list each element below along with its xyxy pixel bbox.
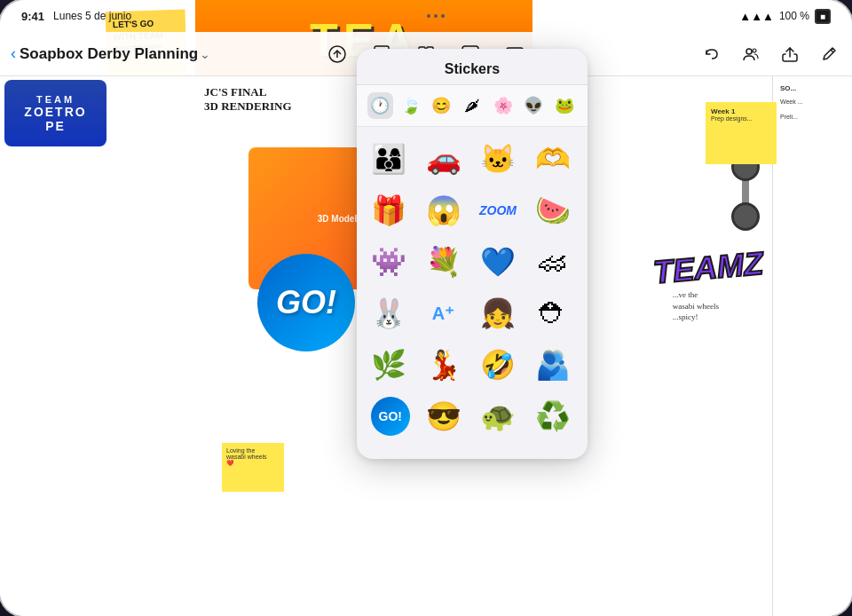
- chili-category-icon[interactable]: 🌶: [460, 92, 485, 119]
- edit-pencil-icon[interactable]: [816, 42, 841, 67]
- battery-level: 100 %: [779, 10, 809, 22]
- sticker-cool[interactable]: 😎: [419, 391, 469, 441]
- wifi-icon: ▲▲▲: [739, 10, 774, 23]
- frog-category-icon[interactable]: 🐸: [551, 92, 577, 119]
- toolbar-right-icons: [699, 42, 841, 67]
- smile-category-icon[interactable]: 😊: [429, 92, 454, 119]
- status-bar: 9:41 Lunes 5 de junio ▲▲▲ 100 % ■: [0, 0, 852, 32]
- sticker-hug[interactable]: 🫂: [528, 340, 578, 390]
- back-button[interactable]: ‹: [11, 44, 16, 63]
- flower-category-icon[interactable]: 🌸: [490, 92, 516, 119]
- status-right: ▲▲▲ 100 % ■: [739, 9, 831, 24]
- sticker-family[interactable]: 👨‍👩‍👦: [364, 134, 414, 184]
- people-icon[interactable]: [738, 42, 763, 67]
- sticker-turtle[interactable]: 🐢: [473, 391, 523, 441]
- teamz-sticker: TEAMZ: [651, 245, 764, 292]
- battery-icon: ■: [815, 9, 831, 24]
- sticker-go[interactable]: GO!: [371, 397, 410, 436]
- svg-line-23: [831, 50, 833, 52]
- alien-category-icon[interactable]: 👽: [521, 92, 547, 119]
- back-chevron-icon: ‹: [11, 44, 16, 63]
- undo-icon[interactable]: [699, 42, 724, 67]
- svg-point-21: [746, 49, 752, 54]
- sticker-surprised[interactable]: 😱: [419, 186, 469, 235]
- sticker-dance[interactable]: 💃: [419, 340, 469, 390]
- sticker-red-car[interactable]: 🚗: [419, 134, 469, 184]
- ipad-frame: TE A TEAM ZOETRO PE LET'S GO WITH TEAM Z…: [0, 0, 852, 616]
- sticker-blue-heart[interactable]: 💙: [473, 237, 523, 287]
- sticker-zoom[interactable]: ZOOM: [473, 186, 523, 235]
- sticker-rabbit[interactable]: 🐰: [364, 288, 414, 338]
- sticker-grid: 👨‍👩‍👦 🚗 🐱 🫶 🎁 😱 ZOOM 🍉 👾 💐 💙 🏎 🐰 A⁺ 👧 ⛑ …: [357, 127, 588, 448]
- sticker-category-bar: 🕐 🍃 😊 🌶 🌸 👽 🐸: [357, 85, 588, 127]
- pen-tool-icon[interactable]: [324, 41, 351, 67]
- sticker-gift[interactable]: 🎁: [364, 186, 414, 235]
- sticker-aplus[interactable]: A⁺: [419, 288, 469, 338]
- go-bubble: GO!: [257, 254, 355, 351]
- leaf-category-icon[interactable]: 🍃: [398, 92, 424, 119]
- sticker-laugh[interactable]: 🤣: [473, 340, 523, 390]
- sticker-girl[interactable]: 👧: [473, 288, 523, 338]
- sticker-helmet[interactable]: ⛑: [528, 288, 578, 338]
- document-title: Soapbox Derby Planning: [20, 45, 198, 63]
- svg-point-22: [753, 49, 756, 52]
- recent-category-icon[interactable]: 🕐: [367, 92, 393, 119]
- title-chevron-icon[interactable]: ⌄: [200, 47, 210, 61]
- sticker-flowers[interactable]: 💐: [419, 237, 469, 287]
- sticker-recycle[interactable]: ♻️: [528, 391, 578, 441]
- sticker-panel-title: Stickers: [357, 49, 588, 85]
- sticker-heart-hands[interactable]: 🫶: [528, 134, 578, 184]
- status-time: 9:41: [21, 10, 44, 23]
- sticker-panel: Stickers 🕐 🍃 😊 🌶 🌸 👽 🐸 👨‍👩‍👦 🚗 🐱 🫶 🎁 😱 Z…: [357, 49, 588, 459]
- status-date: Lunes 5 de junio: [53, 10, 131, 22]
- sticker-cat[interactable]: 🐱: [473, 134, 523, 184]
- sticker-fire-car[interactable]: 🏎: [528, 237, 578, 287]
- share-icon[interactable]: [777, 42, 802, 67]
- sticker-monster[interactable]: 👾: [364, 237, 414, 287]
- sticker-leaf[interactable]: 🌿: [364, 340, 414, 390]
- sticker-watermelon[interactable]: 🍉: [528, 186, 578, 235]
